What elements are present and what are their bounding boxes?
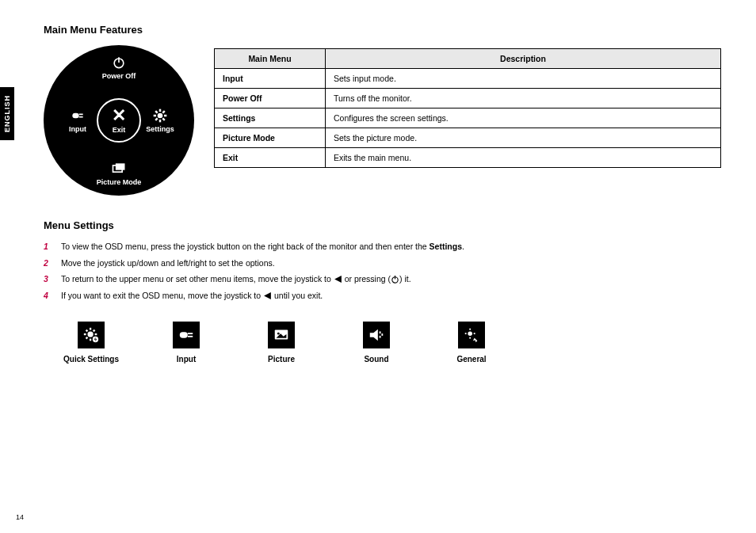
svg-rect-2 — [72, 113, 78, 119]
step-4: 4 If you want to exit the OSD menu, move… — [44, 290, 724, 302]
dial-power-off: Power Off — [91, 55, 147, 80]
svg-rect-39 — [380, 336, 381, 338]
dial-picture-mode: Picture Mode — [91, 161, 147, 186]
settings-icons-row: Quick Settings Input Picture Sound Gener… — [67, 322, 724, 364]
heading-main-menu-features: Main Menu Features — [44, 24, 724, 36]
page-number: 14 — [16, 513, 24, 521]
svg-rect-40 — [381, 333, 383, 336]
table-row: Power OffTurns off the monitor. — [215, 89, 721, 109]
quick-settings-icon — [82, 326, 100, 344]
icon-quick-settings: Quick Settings — [67, 322, 115, 364]
step-3: 3 To return to the upper menu or set oth… — [44, 273, 724, 285]
gear-icon — [152, 108, 168, 124]
steps-list: 1 To view the OSD menu, press the joysti… — [44, 241, 724, 302]
dial-exit: ✕ Exit — [97, 98, 141, 143]
icon-sound: Sound — [353, 322, 400, 364]
svg-marker-37 — [370, 329, 378, 341]
table-row: InputSets input mode. — [215, 69, 721, 89]
table-header-menu: Main Menu — [215, 49, 326, 69]
svg-marker-19 — [264, 292, 271, 299]
icon-input: Input — [162, 322, 210, 364]
left-arrow-icon — [334, 275, 342, 284]
step-2: 2 Move the joystick up/down and left/rig… — [44, 257, 724, 269]
svg-line-25 — [86, 329, 88, 331]
svg-line-28 — [94, 329, 95, 331]
table-row: ExitExits the main menu. — [215, 148, 721, 168]
plug-icon — [70, 108, 86, 124]
picture-icon — [273, 326, 290, 344]
osd-dial-diagram: Power Off Input Settings Picture Mode ✕ … — [44, 45, 194, 196]
svg-rect-15 — [116, 163, 125, 169]
svg-point-41 — [468, 331, 472, 336]
main-menu-table: Main Menu Description InputSets input mo… — [214, 48, 721, 168]
svg-rect-31 — [180, 332, 188, 337]
step-1: 1 To view the OSD menu, press the joysti… — [44, 241, 724, 253]
svg-line-13 — [162, 111, 165, 113]
table-row: Picture ModeSets the picture mode. — [215, 128, 721, 148]
icon-picture: Picture — [258, 322, 305, 364]
picture-mode-icon — [111, 161, 127, 177]
icon-general: General — [448, 322, 495, 364]
joystick-press-icon — [391, 275, 399, 284]
svg-line-12 — [155, 118, 158, 120]
svg-point-35 — [277, 333, 280, 335]
heading-menu-settings: Menu Settings — [44, 219, 724, 231]
left-arrow-icon — [263, 291, 272, 300]
svg-point-20 — [87, 331, 93, 337]
general-icon — [463, 326, 480, 344]
svg-rect-38 — [380, 331, 381, 333]
power-icon — [111, 55, 127, 70]
table-row: SettingsConfigures the screen settings. — [215, 109, 721, 128]
input-icon — [178, 326, 195, 344]
svg-point-5 — [158, 113, 163, 119]
close-icon: ✕ — [112, 107, 126, 124]
svg-marker-16 — [334, 276, 342, 283]
sound-icon — [368, 326, 385, 344]
language-tab: ENGLISH — [0, 87, 14, 140]
svg-line-11 — [162, 118, 165, 120]
svg-line-10 — [155, 111, 158, 113]
svg-line-27 — [86, 337, 88, 339]
table-header-description: Description — [326, 49, 721, 69]
